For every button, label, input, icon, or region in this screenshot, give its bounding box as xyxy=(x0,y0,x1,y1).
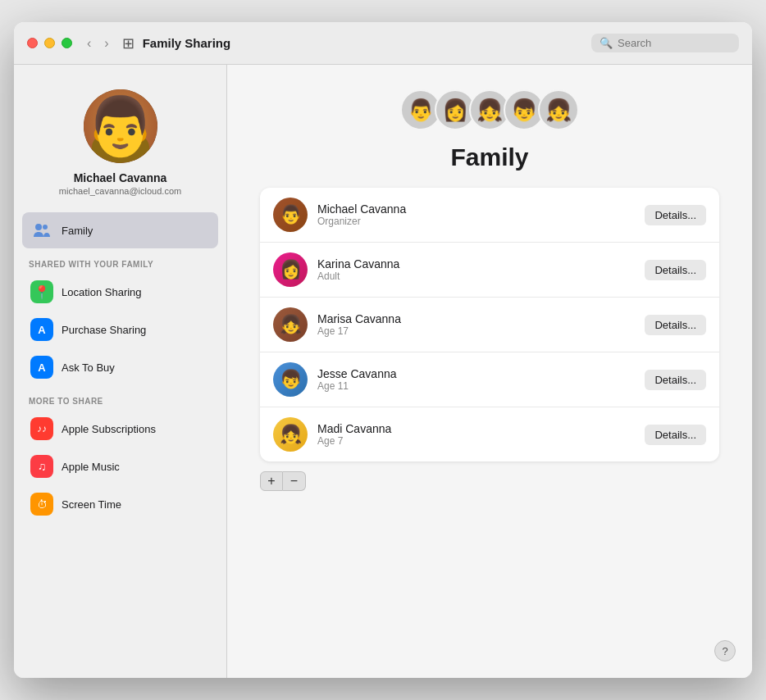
ask-to-buy-icon: A xyxy=(30,356,53,379)
maximize-button[interactable] xyxy=(62,38,72,48)
member-name-michael: Michael Cavanna xyxy=(317,202,635,216)
table-row: 👩 Karina Cavanna Adult Details... xyxy=(260,243,719,298)
sidebar-item-location-sharing[interactable]: 📍 Location Sharing xyxy=(22,274,218,310)
sidebar-item-ask-to-buy[interactable]: A Ask To Buy xyxy=(22,349,218,385)
member-avatar-karina: 👩 xyxy=(273,252,308,287)
member-avatar-marisa: 👧 xyxy=(273,307,308,342)
sidebar-item-screen-time-label: Screen Time xyxy=(62,498,121,511)
member-role-karina: Adult xyxy=(317,270,635,282)
window-title: Family Sharing xyxy=(143,36,591,50)
location-icon: 📍 xyxy=(30,280,53,303)
sidebar-family-section: Family xyxy=(14,212,226,250)
member-name-marisa: Marisa Cavanna xyxy=(317,312,635,325)
sidebar-item-ask-to-buy-label: Ask To Buy xyxy=(62,361,115,374)
family-icon xyxy=(30,219,53,242)
section-label-more: MORE TO SHARE xyxy=(22,387,218,411)
member-info-michael: Michael Cavanna Organizer xyxy=(317,202,635,227)
sidebar: Michael Cavanna michael_cavanna@icloud.c… xyxy=(14,65,227,678)
svg-text:A: A xyxy=(38,324,46,336)
sidebar-item-family[interactable]: Family xyxy=(22,212,218,248)
search-icon: 🔍 xyxy=(600,37,613,49)
family-title: Family xyxy=(450,143,528,171)
member-role-madi: Age 7 xyxy=(317,435,635,447)
subscriptions-icon: ♪♪ xyxy=(30,417,53,440)
sidebar-item-location-label: Location Sharing xyxy=(62,286,142,298)
member-avatar-jesse: 👦 xyxy=(273,362,308,397)
help-button[interactable]: ? xyxy=(714,640,736,661)
family-list: 👨 Michael Cavanna Organizer Details... 👩… xyxy=(260,188,719,461)
svg-text:A: A xyxy=(38,361,46,374)
music-icon: ♫ xyxy=(30,455,53,478)
main-window: ‹ › ⊞ Family Sharing 🔍 Michael Cavanna m… xyxy=(14,22,752,678)
member-role-jesse: Age 11 xyxy=(317,380,635,392)
search-input[interactable] xyxy=(618,37,732,49)
back-button[interactable]: ‹ xyxy=(82,34,96,52)
main-content: Michael Cavanna michael_cavanna@icloud.c… xyxy=(14,65,752,678)
minimize-button[interactable] xyxy=(44,38,55,48)
titlebar: ‹ › ⊞ Family Sharing 🔍 xyxy=(14,22,752,65)
add-member-button[interactable]: + xyxy=(260,471,283,491)
details-button-michael[interactable]: Details... xyxy=(645,205,706,225)
details-button-marisa[interactable]: Details... xyxy=(645,315,706,335)
member-name-madi: Madi Cavanna xyxy=(317,422,635,435)
user-profile-section: Michael Cavanna michael_cavanna@icloud.c… xyxy=(14,81,226,212)
sidebar-item-purchase-label: Purchase Sharing xyxy=(62,324,146,336)
sidebar-item-purchase-sharing[interactable]: A Purchase Sharing xyxy=(22,311,218,348)
member-info-karina: Karina Cavanna Adult xyxy=(317,257,635,282)
close-button[interactable] xyxy=(27,38,38,48)
details-button-karina[interactable]: Details... xyxy=(645,260,706,280)
sidebar-item-music-label: Apple Music xyxy=(62,461,120,473)
table-row: 👨 Michael Cavanna Organizer Details... xyxy=(260,188,719,243)
sidebar-item-screen-time[interactable]: ⏱ Screen Time xyxy=(22,486,218,522)
family-avatars-row: 👨 👩 👧 👦 👧 xyxy=(400,89,579,130)
section-label-shared: SHARED WITH YOUR FAMILY xyxy=(22,250,218,274)
sidebar-item-family-label: Family xyxy=(62,225,93,237)
svg-text:♪♪: ♪♪ xyxy=(37,423,47,434)
member-info-jesse: Jesse Cavanna Age 11 xyxy=(317,367,635,392)
purchase-icon: A xyxy=(30,318,53,341)
remove-member-button[interactable]: − xyxy=(283,471,306,491)
sidebar-item-subscriptions-label: Apple Subscriptions xyxy=(62,423,156,435)
grid-button[interactable]: ⊞ xyxy=(122,34,135,52)
main-panel: 👨 👩 👧 👦 👧 Family 👨 Michael Cavanna Organ… xyxy=(227,65,752,678)
shared-with-family-section: SHARED WITH YOUR FAMILY 📍 Location Shari… xyxy=(14,250,226,387)
member-info-marisa: Marisa Cavanna Age 17 xyxy=(317,312,635,337)
table-row: 👦 Jesse Cavanna Age 11 Details... xyxy=(260,352,719,407)
svg-text:⏱: ⏱ xyxy=(37,498,48,511)
list-controls: + − xyxy=(260,471,306,491)
sidebar-item-apple-music[interactable]: ♫ Apple Music xyxy=(22,448,218,484)
sidebar-item-apple-subscriptions[interactable]: ♪♪ Apple Subscriptions xyxy=(22,411,218,447)
traffic-lights xyxy=(27,38,72,48)
search-bar: 🔍 xyxy=(591,34,739,52)
user-name: Michael Cavanna xyxy=(74,171,167,184)
nav-buttons: ‹ › xyxy=(82,34,114,52)
more-to-share-section: MORE TO SHARE ♪♪ Apple Subscriptions xyxy=(14,387,226,524)
member-info-madi: Madi Cavanna Age 7 xyxy=(317,422,635,447)
table-row: 👧 Madi Cavanna Age 7 Details... xyxy=(260,407,719,461)
details-button-madi[interactable]: Details... xyxy=(645,425,706,445)
screen-time-icon: ⏱ xyxy=(30,493,53,516)
avatar-madi: 👧 xyxy=(538,89,579,130)
member-name-jesse: Jesse Cavanna xyxy=(317,367,635,380)
svg-text:♫: ♫ xyxy=(38,460,47,473)
svg-point-0 xyxy=(35,224,42,230)
user-email: michael_cavanna@icloud.com xyxy=(59,186,181,196)
details-button-jesse[interactable]: Details... xyxy=(645,370,706,390)
member-role-marisa: Age 17 xyxy=(317,325,635,337)
forward-button[interactable]: › xyxy=(99,34,113,52)
member-avatar-madi: 👧 xyxy=(273,417,308,452)
table-row: 👧 Marisa Cavanna Age 17 Details... xyxy=(260,298,719,352)
svg-point-1 xyxy=(43,225,48,230)
avatar xyxy=(84,89,157,163)
member-avatar-michael: 👨 xyxy=(273,198,308,232)
member-name-karina: Karina Cavanna xyxy=(317,257,635,270)
member-role-michael: Organizer xyxy=(317,216,635,227)
